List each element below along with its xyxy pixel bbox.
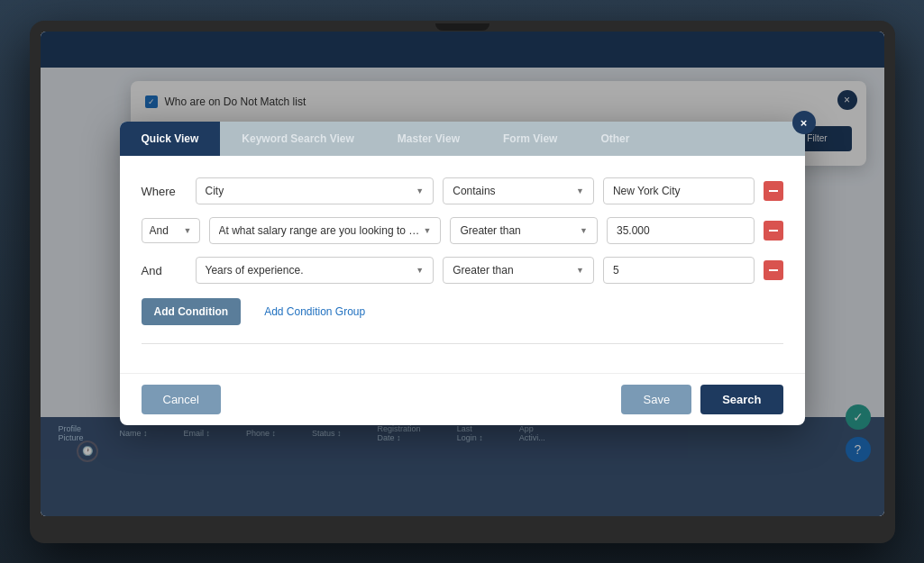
condition-3-field-select[interactable]: Years of experience. ▼	[196, 257, 435, 284]
condition-row-1: Where City ▼ Contains ▼	[142, 177, 783, 204]
conjunction-2-chevron-icon: ▼	[184, 226, 192, 235]
tab-other[interactable]: Other	[579, 122, 651, 156]
background-page: × ✓ Who are on Do Not Match list Search …	[41, 32, 884, 516]
add-condition-row: Add Condition Add Condition Group	[142, 298, 783, 325]
laptop-screen: × ✓ Who are on Do Not Match list Search …	[41, 32, 884, 516]
field-1-chevron-icon: ▼	[416, 186, 424, 195]
main-modal: × Quick View Keyword Search View Master …	[120, 122, 805, 425]
condition-2-conjunction-select[interactable]: And ▼	[142, 218, 200, 243]
condition-3-value-input[interactable]	[603, 257, 755, 284]
laptop-notch	[435, 23, 489, 31]
condition-1-operator-select[interactable]: Contains ▼	[443, 177, 594, 204]
condition-1-delete-button[interactable]	[764, 181, 783, 201]
tab-keyword-search[interactable]: Keyword Search View	[220, 122, 376, 156]
field-2-chevron-icon: ▼	[423, 226, 431, 235]
condition-3-operator-select[interactable]: Greater than ▼	[443, 257, 594, 284]
condition-1-conjunction-label: Where	[142, 185, 187, 198]
tab-form-view[interactable]: Form View	[481, 122, 579, 156]
screen-background: × ✓ Who are on Do Not Match list Search …	[0, 0, 924, 563]
operator-3-chevron-icon: ▼	[576, 266, 584, 275]
condition-3-conjunction-label: And	[142, 264, 187, 277]
condition-2-operator-select[interactable]: Greater than ▼	[450, 217, 598, 244]
modal-footer: Cancel Save Search	[120, 373, 805, 425]
cancel-button[interactable]: Cancel	[142, 385, 221, 414]
condition-1-value-input[interactable]	[603, 177, 755, 204]
condition-3-delete-button[interactable]	[764, 260, 783, 280]
laptop-frame: × ✓ Who are on Do Not Match list Search …	[30, 21, 895, 543]
tab-master-view[interactable]: Master View	[376, 122, 481, 156]
modal-close-button[interactable]: ×	[792, 111, 816, 134]
condition-row-3: And Years of experience. ▼ Greater than …	[142, 257, 783, 284]
condition-2-delete-button[interactable]	[764, 221, 783, 241]
footer-divider	[142, 343, 783, 344]
search-button[interactable]: Search	[700, 385, 782, 414]
tab-quick-view[interactable]: Quick View	[120, 122, 221, 156]
save-button[interactable]: Save	[621, 385, 691, 414]
add-condition-button[interactable]: Add Condition	[142, 298, 242, 325]
condition-1-field-select[interactable]: City ▼	[196, 177, 435, 204]
footer-right-buttons: Save Search	[621, 385, 782, 414]
condition-2-field-select[interactable]: At what salary range are you looking to …	[209, 217, 442, 244]
modal-overlay: × Quick View Keyword Search View Master …	[41, 32, 884, 516]
field-3-chevron-icon: ▼	[416, 266, 424, 275]
modal-body: Where City ▼ Contains ▼	[120, 156, 805, 373]
add-condition-group-button[interactable]: Add Condition Group	[252, 298, 378, 325]
operator-1-chevron-icon: ▼	[576, 186, 584, 195]
condition-row-2: And ▼ At what salary range are you looki…	[142, 217, 783, 244]
operator-2-chevron-icon: ▼	[580, 226, 588, 235]
tab-bar: Quick View Keyword Search View Master Vi…	[120, 122, 805, 156]
condition-2-value-input[interactable]	[607, 217, 755, 244]
